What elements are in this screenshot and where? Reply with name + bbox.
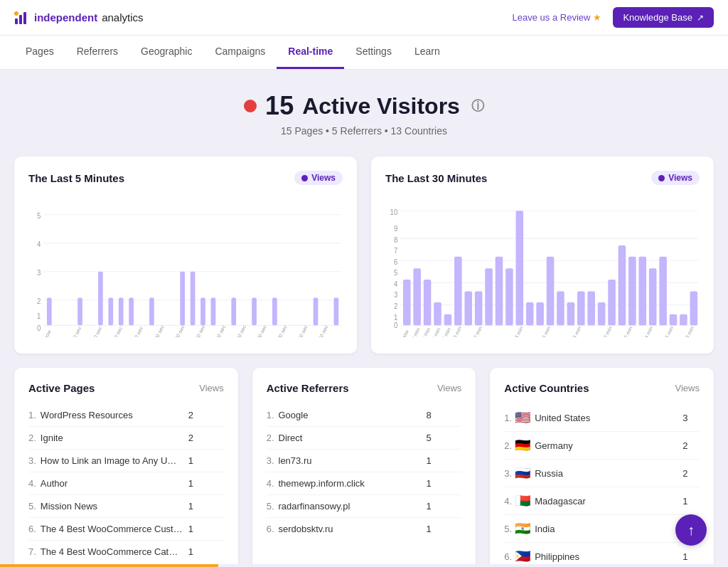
svg-rect-102	[690, 292, 698, 326]
list-item: 1. 🇺🇸 United States 3	[504, 404, 700, 432]
nav-realtime[interactable]: Real-time	[277, 36, 344, 69]
active-referrers-views-label: Views	[437, 383, 461, 393]
bar-chart-right: 10 9 8 7 6 5 4 3 2 1 0	[385, 195, 700, 339]
views-dot-right	[658, 175, 665, 181]
brand-name-regular: analytics	[102, 11, 143, 23]
arrow-up-icon: ↑	[687, 522, 695, 539]
svg-point-3	[14, 11, 18, 16]
bar-chart-right-svg: 10 9 8 7 6 5 4 3 2 1 0	[385, 195, 700, 337]
svg-text:-12 min: -12 min	[470, 325, 483, 337]
active-count: 15	[265, 91, 294, 121]
referrer-name: radarfinansowy.pl	[279, 501, 421, 512]
logo: independent analytics	[14, 10, 144, 26]
chart-left-title: The Last 5 Minutes	[28, 172, 124, 184]
leave-review-label: Leave us a Review	[513, 12, 591, 23]
svg-rect-15	[47, 297, 52, 325]
svg-rect-94	[608, 280, 616, 325]
country-count: 3	[682, 413, 687, 423]
svg-rect-42	[334, 297, 339, 325]
referrer-name: Google	[279, 410, 421, 420]
flag-icon: 🇺🇸	[515, 410, 530, 425]
page-name: Author	[41, 478, 183, 489]
svg-rect-40	[314, 297, 318, 325]
leave-review-link[interactable]: Leave us a Review ★	[513, 12, 602, 23]
active-pages-card: Active Pages Views 1. WordPress Resource…	[14, 368, 238, 567]
svg-rect-83	[496, 257, 503, 326]
knowledge-base-button[interactable]: Knowledge Base ↗	[613, 7, 714, 28]
referrer-count: 1	[427, 455, 432, 466]
nav-learn[interactable]: Learn	[403, 36, 451, 69]
bar-chart-left: 5 4 3 2 1 0	[28, 195, 343, 339]
svg-text:-4 min: -4 min	[419, 327, 432, 337]
nav-campaigns[interactable]: Campaigns	[203, 36, 277, 69]
referrer-count: 1	[427, 478, 432, 489]
active-countries-title: Active Countries	[504, 382, 589, 394]
list-item: 1. WordPress Resources 2	[28, 404, 224, 427]
chart-last-30-minutes: The Last 30 Minutes Views 10 9 8 7 6 5 4…	[371, 157, 714, 354]
active-countries-views-label: Views	[675, 383, 700, 393]
svg-text:4: 4	[37, 240, 41, 249]
page-count: 1	[188, 455, 193, 466]
svg-rect-101	[680, 314, 687, 326]
country-count: 1	[682, 551, 687, 562]
active-pages-title: Active Pages	[28, 382, 95, 394]
nav-referrers[interactable]: Referrers	[65, 36, 129, 69]
list-item: 3. len73.ru 1	[267, 450, 462, 472]
nav-pages[interactable]: Pages	[14, 36, 65, 69]
scroll-to-top-button[interactable]: ↑	[675, 514, 707, 546]
page-count: 1	[188, 501, 193, 512]
svg-text:3: 3	[394, 291, 398, 300]
svg-rect-88	[547, 257, 555, 326]
list-item: 6. serdobsktv.ru 1	[267, 518, 462, 540]
svg-rect-90	[567, 302, 575, 325]
svg-rect-24	[149, 297, 154, 325]
active-referrers-card: Active Referrers Views 1. Google 8 2. Di…	[252, 368, 476, 567]
nav-geographic[interactable]: Geographic	[129, 36, 203, 69]
svg-text:-22 min: -22 min	[621, 325, 633, 337]
list-item: 3. 🇷🇺 Russia 2	[504, 460, 700, 487]
svg-rect-27	[180, 272, 185, 326]
list-item: 3. How to Link an Image to Any URL in Wo…	[28, 450, 224, 472]
svg-text:-10 min: -10 min	[450, 325, 463, 337]
svg-rect-34	[252, 297, 257, 325]
list-item: 4. themewp.inform.click 1	[267, 472, 462, 495]
svg-text:7: 7	[394, 247, 398, 255]
svg-text:-20 min: -20 min	[600, 325, 613, 337]
svg-text:-8 min: -8 min	[440, 327, 452, 337]
svg-rect-98	[649, 268, 657, 325]
svg-text:-40 sec: -40 sec	[90, 325, 103, 337]
hero-subtitle: 15 Pages • 5 Referrers • 13 Countries	[14, 125, 714, 137]
nav-settings[interactable]: Settings	[344, 36, 403, 69]
page-count: 1	[188, 546, 193, 557]
svg-text:3: 3	[37, 269, 41, 277]
page-count: 1	[188, 524, 193, 534]
svg-rect-80	[464, 292, 472, 326]
svg-rect-75	[413, 268, 421, 325]
svg-text:-6 min: -6 min	[430, 327, 442, 337]
svg-rect-0	[15, 18, 18, 24]
chart-right-title: The Last 30 Minutes	[385, 172, 487, 184]
chart-right-header: The Last 30 Minutes Views	[385, 171, 700, 185]
svg-text:4: 4	[394, 280, 398, 288]
svg-rect-99	[659, 257, 667, 326]
svg-text:1: 1	[394, 313, 398, 322]
svg-text:5: 5	[394, 269, 398, 277]
page-name: WordPress Resources	[41, 410, 183, 420]
svg-text:now: now	[43, 328, 53, 337]
country-count: 2	[682, 468, 687, 479]
svg-rect-92	[587, 292, 595, 326]
chart-right-badge: Views	[651, 171, 700, 185]
country-count: 1	[682, 496, 687, 507]
bottom-row: Active Pages Views 1. WordPress Resource…	[14, 368, 714, 567]
svg-rect-89	[557, 292, 564, 326]
svg-rect-79	[454, 257, 462, 326]
info-icon[interactable]: ⓘ	[471, 97, 484, 115]
country-name: Philippines	[535, 551, 677, 562]
svg-rect-36	[272, 297, 277, 325]
referrer-count: 8	[427, 410, 432, 420]
svg-rect-77	[434, 302, 441, 325]
svg-text:-26 min: -26 min	[662, 325, 675, 337]
country-name: India	[535, 524, 677, 534]
svg-text:-14 min: -14 min	[511, 325, 524, 337]
svg-rect-87	[536, 302, 544, 325]
